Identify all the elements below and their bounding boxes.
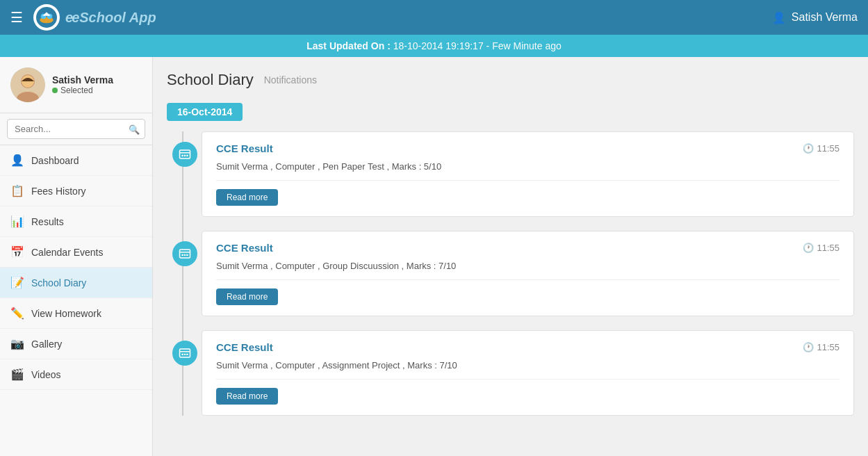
sidebar-item-label: Calendar Events [31, 247, 104, 258]
svg-rect-12 [186, 155, 188, 156]
content-area: School Diary Notifications 16-Oct-2014 C… [153, 57, 868, 456]
card-body: Sumit Verma , Computer , Group Discuussi… [216, 261, 840, 280]
timeline-icon [172, 341, 197, 366]
card-title: CCE Result [216, 242, 273, 254]
banner-prefix: Last Updated On : [306, 40, 393, 51]
read-more-button[interactable]: Read more [216, 288, 278, 305]
search-wrapper: 🔍 [7, 119, 145, 139]
timeline-icon [172, 142, 197, 167]
user-profile: Satish Verma Selected [0, 57, 152, 113]
timeline-card: CCE Result 🕐 11:55 Sumit Verma , Compute… [202, 330, 854, 416]
nav-menu: 👤Dashboard📋Fees History📊Results📅Calendar… [0, 145, 152, 390]
timeline: CCE Result 🕐 11:55 Sumit Verma , Compute… [167, 131, 854, 416]
card-body: Sumit Verma , Computer , Pen Paper Test … [216, 161, 840, 181]
timeline-icon [172, 241, 197, 266]
user-info: Satish Verma Selected [52, 74, 113, 95]
card-header: CCE Result 🕐 11:55 [216, 341, 840, 353]
sidebar-item-school-diary[interactable]: 📝School Diary [0, 268, 152, 298]
card-body: Sumit Verma , Computer , Assignment Proj… [216, 360, 840, 380]
user-avatar-icon: 👤 [772, 11, 786, 24]
videos-icon: 🎬 [10, 368, 24, 381]
results-icon: 📊 [10, 215, 24, 228]
sidebar-item-calendar-events[interactable]: 📅Calendar Events [0, 237, 152, 267]
update-banner: Last Updated On : 18-10-2014 19:19:17 - … [0, 35, 868, 57]
card-time: 🕐 11:55 [803, 342, 840, 352]
main-layout: Satish Verma Selected 🔍 👤Dashboard📋Fees … [0, 57, 868, 456]
timeline-card: CCE Result 🕐 11:55 Sumit Verma , Compute… [202, 231, 854, 316]
sidebar-item-label: Videos [31, 369, 61, 380]
status-dot [52, 88, 58, 93]
card-time: 🕐 11:55 [803, 143, 840, 154]
user-status: Selected [52, 86, 113, 95]
clock-icon: 🕐 [803, 243, 814, 253]
clock-icon: 🕐 [803, 143, 814, 154]
banner-datetime: 18-10-2014 19:19:17 [393, 40, 484, 51]
card-title: CCE Result [216, 142, 273, 154]
sidebar-item-dashboard[interactable]: 👤Dashboard [0, 145, 152, 175]
card-title: CCE Result [216, 341, 273, 353]
sidebar-item-gallery[interactable]: 📷Gallery [0, 329, 152, 359]
svg-rect-16 [184, 254, 186, 256]
svg-rect-21 [184, 354, 186, 355]
sidebar-item-label: Gallery [31, 339, 62, 350]
read-more-button[interactable]: Read more [216, 189, 278, 206]
navbar: ☰ eeSchool App 👤 Satish Verma [0, 0, 868, 35]
sidebar-item-label: View Homework [31, 308, 101, 319]
svg-rect-20 [182, 354, 183, 355]
read-more-button[interactable]: Read more [216, 388, 278, 405]
timeline-item: CCE Result 🕐 11:55 Sumit Verma , Compute… [202, 131, 854, 217]
card-time: 🕐 11:55 [803, 243, 840, 253]
svg-rect-22 [186, 354, 188, 355]
sidebar-item-label: Dashboard [31, 155, 79, 166]
sidebar-item-label: School Diary [31, 277, 86, 288]
sidebar-item-view-homework[interactable]: ✏️View Homework [0, 298, 152, 328]
svg-rect-13 [180, 250, 190, 258]
svg-rect-10 [182, 155, 183, 156]
page-subtitle: Notifications [264, 74, 317, 86]
timeline-card: CCE Result 🕐 11:55 Sumit Verma , Compute… [202, 131, 854, 217]
logo-icon [33, 4, 60, 31]
page-header: School Diary Notifications [167, 71, 854, 89]
search-icon: 🔍 [129, 124, 140, 134]
card-header: CCE Result 🕐 11:55 [216, 242, 840, 254]
page-title: School Diary [167, 71, 254, 89]
search-input[interactable] [7, 119, 145, 139]
sidebar-item-fees-history[interactable]: 📋Fees History [0, 176, 152, 206]
avatar [10, 67, 45, 102]
dashboard-icon: 👤 [10, 154, 24, 167]
sidebar-item-results[interactable]: 📊Results [0, 206, 152, 236]
date-badge: 16-Oct-2014 [167, 103, 243, 121]
sidebar: Satish Verma Selected 🔍 👤Dashboard📋Fees … [0, 57, 153, 456]
fees-history-icon: 📋 [10, 184, 24, 197]
navbar-username: Satish Verma [792, 11, 858, 24]
status-label: Selected [60, 86, 93, 95]
svg-rect-17 [186, 254, 188, 256]
view-homework-icon: ✏️ [10, 307, 24, 320]
calendar-events-icon: 📅 [10, 245, 24, 259]
timeline-item: CCE Result 🕐 11:55 Sumit Verma , Compute… [202, 231, 854, 316]
sidebar-item-videos[interactable]: 🎬Videos [0, 359, 152, 389]
navbar-user: 👤 Satish Verma [772, 11, 858, 24]
search-box: 🔍 [0, 113, 152, 145]
svg-rect-8 [180, 150, 190, 158]
hamburger-button[interactable]: ☰ [10, 9, 23, 26]
gallery-icon: 📷 [10, 337, 24, 350]
card-header: CCE Result 🕐 11:55 [216, 142, 840, 154]
app-title: eeSchool App [65, 10, 156, 26]
sidebar-username: Satish Verma [52, 74, 113, 86]
sidebar-item-label: Fees History [31, 186, 86, 197]
sidebar-item-label: Results [31, 216, 64, 227]
svg-rect-11 [184, 155, 186, 156]
svg-rect-15 [182, 254, 183, 256]
app-logo: eeSchool App [33, 4, 156, 31]
clock-icon: 🕐 [803, 342, 814, 352]
svg-rect-18 [180, 349, 190, 357]
timeline-item: CCE Result 🕐 11:55 Sumit Verma , Compute… [202, 330, 854, 416]
navbar-left: ☰ eeSchool App [10, 4, 156, 31]
school-diary-icon: 📝 [10, 276, 24, 289]
banner-suffix: - Few Minute ago [484, 40, 562, 51]
